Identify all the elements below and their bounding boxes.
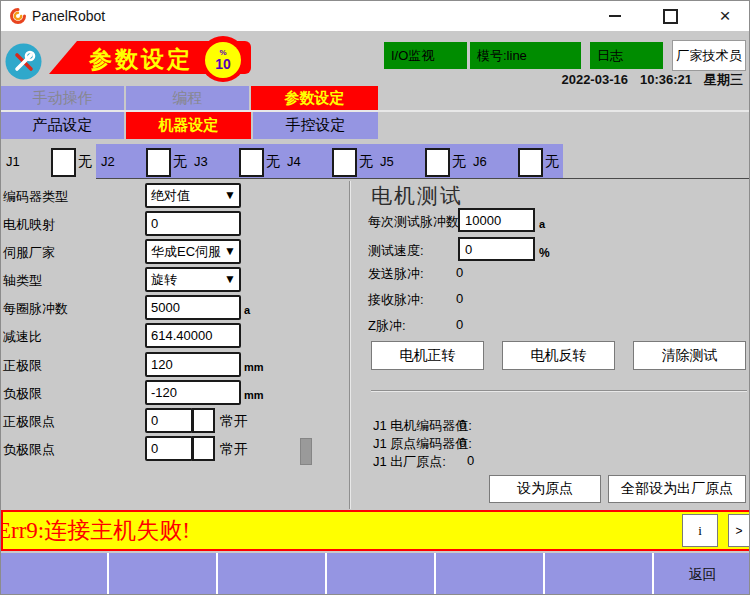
app-window: PanelRobot × 参数设定 % 10 I/O监视 模号:line 日志 … bbox=[0, 0, 750, 595]
form-row-neg-limit-point: 负极限点 常开 bbox=[1, 436, 346, 462]
back-button[interactable]: 返回 bbox=[654, 553, 750, 595]
neg-limit-point-checkbox[interactable] bbox=[192, 436, 215, 461]
form-row-encoder-type: 编码器类型 绝对值 ▼ bbox=[1, 183, 346, 209]
motor-encoder-label: J1 电机编码器值: bbox=[373, 417, 472, 435]
motor-test-title: 电机测试 bbox=[371, 182, 463, 210]
chevron-down-icon: ▼ bbox=[224, 272, 236, 286]
minimize-button[interactable] bbox=[593, 1, 637, 31]
joint-id: J6 bbox=[473, 154, 487, 169]
tools-icon[interactable] bbox=[5, 43, 42, 80]
select-value: 旋转 bbox=[151, 271, 177, 289]
form-row-reduction-ratio: 减速比 bbox=[1, 323, 346, 349]
factory-origin-label: J1 出厂原点: bbox=[373, 453, 446, 471]
servo-vendor-select[interactable]: 华成EC伺服 ▼ bbox=[145, 239, 241, 264]
scrollbar-thumb[interactable] bbox=[300, 438, 312, 465]
form-label: 负极限 bbox=[3, 385, 42, 403]
set-origin-button[interactable]: 设为原点 bbox=[489, 475, 601, 503]
error-info-button[interactable]: i bbox=[682, 514, 718, 547]
error-next-button[interactable]: > bbox=[728, 514, 750, 547]
panel-divider bbox=[349, 181, 350, 509]
motor-forward-button[interactable]: 电机正转 bbox=[371, 341, 484, 370]
subtab-product[interactable]: 产品设定 bbox=[1, 112, 124, 139]
encoder-type-select[interactable]: 绝对值 ▼ bbox=[145, 183, 241, 208]
pos-limit-input[interactable] bbox=[145, 352, 241, 377]
error-message: Err9:连接主机失败! bbox=[0, 515, 190, 546]
chevron-down-icon: ▼ bbox=[224, 244, 236, 258]
recv-pulse-label: 接收脉冲: bbox=[368, 291, 424, 309]
unit-label: a bbox=[539, 218, 545, 230]
unit-label: mm bbox=[244, 389, 264, 401]
pulse-count-input[interactable] bbox=[458, 208, 535, 232]
percent-label: % bbox=[539, 246, 550, 260]
joint-state: 无 bbox=[359, 153, 373, 171]
z-pulse-label: Z脉冲: bbox=[368, 317, 406, 335]
io-monitor-button[interactable]: I/O监视 bbox=[384, 42, 467, 69]
mold-number-button[interactable]: 模号:line bbox=[470, 42, 581, 69]
log-button[interactable]: 日志 bbox=[590, 42, 663, 69]
form-label: 编码器类型 bbox=[3, 188, 68, 206]
joint-state: 无 bbox=[78, 153, 92, 171]
joint-cell-j4: J4 无 bbox=[282, 144, 375, 178]
tab-param[interactable]: 参数设定 bbox=[251, 86, 378, 110]
joint-checkbox-j3[interactable] bbox=[239, 148, 264, 177]
form-row-pos-limit-point: 正极限点 常开 bbox=[1, 408, 346, 434]
motor-map-input[interactable] bbox=[145, 211, 241, 236]
joint-id: J1 bbox=[6, 154, 20, 169]
role-button[interactable]: 厂家技术员 bbox=[672, 40, 746, 71]
joint-underline bbox=[96, 178, 750, 179]
form-row-neg-limit: 负极限 mm bbox=[1, 380, 346, 406]
datetime: 2022-03-1610:36:21星期三 bbox=[431, 71, 743, 89]
title-bar bbox=[1, 1, 750, 31]
speed-badge-face: % 10 bbox=[205, 42, 241, 78]
select-value: 绝对值 bbox=[151, 187, 190, 205]
set-all-factory-origin-button[interactable]: 全部设为出厂原点 bbox=[608, 475, 746, 503]
joint-cell-j5: J5 无 bbox=[375, 144, 468, 178]
pos-limit-point-input[interactable] bbox=[145, 408, 193, 433]
tab-manual[interactable]: 手动操作 bbox=[1, 86, 124, 110]
unit-label: a bbox=[244, 304, 250, 316]
origin-encoder-value: 0 bbox=[459, 435, 466, 450]
form-label: 轴类型 bbox=[3, 272, 42, 290]
factory-origin-value: 0 bbox=[467, 453, 474, 468]
chevron-down-icon: ▼ bbox=[224, 188, 236, 202]
form-label: 每圈脉冲数 bbox=[3, 300, 68, 318]
joint-checkbox-j2[interactable] bbox=[146, 148, 171, 177]
unit-label: mm bbox=[244, 361, 264, 373]
joint-state: 无 bbox=[545, 153, 559, 171]
test-speed-label: 测试速度: bbox=[368, 242, 424, 260]
reduction-ratio-input[interactable] bbox=[145, 323, 241, 348]
joint-checkbox-j1[interactable] bbox=[51, 148, 76, 177]
form-row-pos-limit: 正极限 mm bbox=[1, 352, 346, 378]
maximize-icon bbox=[663, 9, 678, 24]
motor-reverse-button[interactable]: 电机反转 bbox=[502, 341, 615, 370]
joint-checkbox-j5[interactable] bbox=[425, 148, 450, 177]
joint-id: J4 bbox=[287, 154, 301, 169]
contact-mode-label: 常开 bbox=[220, 441, 248, 459]
origin-encoder-label: J1 原点编码器值: bbox=[373, 435, 472, 453]
form-label: 伺服厂家 bbox=[3, 244, 55, 262]
clear-test-button[interactable]: 清除测试 bbox=[633, 341, 746, 370]
joint-checkbox-j4[interactable] bbox=[332, 148, 357, 177]
close-button[interactable]: × bbox=[703, 1, 747, 31]
banner-title: 参数设定 bbox=[89, 44, 193, 75]
maximize-button[interactable] bbox=[648, 1, 692, 31]
subtab-machine[interactable]: 机器设定 bbox=[126, 112, 251, 139]
axis-type-select[interactable]: 旋转 ▼ bbox=[145, 267, 241, 292]
pos-limit-point-checkbox[interactable] bbox=[192, 408, 215, 433]
pulse-count-label: 每次测试脉冲数: bbox=[368, 213, 463, 231]
neg-limit-point-input[interactable] bbox=[145, 436, 193, 461]
neg-limit-input[interactable] bbox=[145, 380, 241, 405]
select-value: 华成EC伺服 bbox=[151, 243, 221, 261]
joint-checkbox-j6[interactable] bbox=[518, 148, 543, 177]
subtab-hand[interactable]: 手控设定 bbox=[253, 112, 378, 139]
test-speed-input[interactable] bbox=[458, 237, 535, 261]
joint-id: J5 bbox=[380, 154, 394, 169]
recv-pulse-value: 0 bbox=[456, 291, 463, 306]
form-row-motor-map: 电机映射 bbox=[1, 211, 346, 237]
tab-program[interactable]: 编程 bbox=[126, 86, 249, 110]
pulses-per-rev-input[interactable] bbox=[145, 295, 241, 320]
joint-id: J3 bbox=[194, 154, 208, 169]
form-label: 负极限点 bbox=[3, 441, 55, 459]
motor-encoder-value: 0 bbox=[459, 417, 466, 432]
joint-cell-j2: J2 无 bbox=[96, 144, 189, 178]
